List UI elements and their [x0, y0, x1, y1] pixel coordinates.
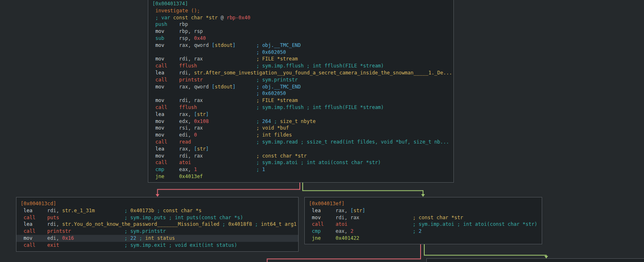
asm-token: ;: [256, 118, 262, 124]
asm-token: ; sym.imp.fflush ; int fflush(FILE *stre…: [256, 104, 384, 110]
asm-token: mov: [155, 56, 164, 62]
asm-line[interactable]: lea rdi, str.You_do_not_know_the_passwor…: [21, 221, 294, 228]
asm-token: ; obj.__TMC_END: [256, 42, 301, 48]
disassembly-graph-canvas[interactable]: [0x00401374] investigate (); ; var const…: [0, 0, 644, 262]
asm-spacing: [164, 97, 179, 103]
asm-token: str: [197, 146, 206, 152]
asm-line[interactable]: call printstr ; sym.printstr: [152, 77, 449, 83]
asm-spacing: [164, 125, 179, 131]
asm-token: rdi,: [47, 208, 62, 213]
asm-line[interactable]: mov rdi, rax ; FILE *stream: [152, 97, 449, 104]
asm-line[interactable]: lea rdi, str.After_some_investigation__y…: [152, 70, 449, 77]
asm-line[interactable]: cmp eax, 2 ; 2: [309, 228, 538, 235]
basic-block-0x004013ef[interactable]: [0x004013ef] lea rax, [str] mov rdi, rax…: [304, 197, 542, 244]
asm-spacing: [197, 63, 256, 69]
asm-line[interactable]: push rbp: [152, 21, 449, 28]
asm-line[interactable]: ; 0x602050: [152, 49, 449, 56]
asm-token: ;: [256, 167, 262, 172]
asm-line[interactable]: mov rsi, rax ; void *buf: [152, 125, 449, 132]
asm-token: rdi, rax: [179, 56, 203, 62]
asm-line[interactable]: cmp eax, 1 ; 1: [152, 166, 449, 173]
asm-line[interactable]: mov rdi, rax ; const char *str: [152, 153, 449, 160]
asm-token: sub: [155, 35, 164, 41]
asm-spacing: [347, 221, 413, 227]
asm-token: ; FILE *stream: [256, 97, 298, 103]
asm-token: ; sym.imp.fflush ; int fflush(FILE *stre…: [256, 63, 384, 69]
basic-block-partial-bottom-right[interactable]: [426, 258, 644, 262]
asm-line[interactable]: ; var const char *str @ rbp-0x40: [152, 14, 449, 21]
asm-token: edx,: [179, 118, 194, 124]
asm-line[interactable]: mov edi, 0 ; int fildes: [152, 132, 449, 139]
asm-token: ;: [124, 235, 130, 241]
asm-line[interactable]: call exit ; sym.imp.exit ; void exit(int…: [21, 242, 294, 249]
asm-line[interactable]: call printstr ; sym.printstr: [21, 228, 294, 235]
asm-line[interactable]: mov rbp, rsp: [152, 28, 449, 35]
basic-block-0x004013cd[interactable]: [0x004013cd] lea rdi, str.e_1_31m ; 0x40…: [16, 197, 299, 252]
asm-token: stdout: [215, 42, 232, 48]
asm-token: lea: [155, 111, 164, 117]
asm-line-selected[interactable]: mov edi, 0x16 ; 22 ; int status: [16, 235, 298, 242]
asm-token: ; const char *str: [413, 215, 463, 220]
asm-line[interactable]: jne 0x401422: [309, 235, 538, 242]
asm-line[interactable]: call puts ; sym.imp.puts ; int puts(cons…: [21, 214, 294, 221]
asm-line[interactable]: call atoi ; sym.imp.atoi ; int atoi(cons…: [152, 159, 449, 166]
asm-spacing: [203, 97, 256, 103]
asm-line[interactable]: mov rax, qword [stdout] ; obj.__TMC_END: [152, 42, 449, 49]
asm-token: const char *s: [163, 208, 202, 213]
asm-token: ]: [206, 146, 209, 152]
asm-line[interactable]: mov rdi, rax ; FILE *stream: [152, 56, 449, 63]
asm-line[interactable]: [0x004013ef]: [309, 200, 538, 207]
asm-line[interactable]: mov edx, 0x108 ; 264 ; size_t nbyte: [152, 118, 449, 125]
asm-spacing: [167, 139, 179, 145]
asm-line[interactable]: lea rdi, str.e_1_31m ; 0x40173b ; const …: [21, 207, 294, 214]
asm-line[interactable]: call atoi ; sym.imp.atoi ; int atoi(cons…: [309, 221, 538, 228]
asm-line[interactable]: [0x004013cd]: [21, 200, 294, 207]
asm-spacing: [74, 235, 124, 241]
asm-line[interactable]: call fflush ; sym.imp.fflush ; int fflus…: [152, 104, 449, 111]
asm-line[interactable]: investigate ();: [152, 7, 449, 14]
asm-spacing: [35, 215, 47, 220]
asm-token: size_t nbyte: [280, 118, 316, 124]
asm-token: lea: [312, 208, 321, 213]
asm-spacing: [152, 90, 256, 96]
asm-spacing: [164, 118, 179, 124]
asm-spacing: [167, 77, 179, 83]
asm-line[interactable]: sub rsp, 0x40: [152, 35, 449, 42]
asm-token: mov: [155, 132, 164, 138]
asm-spacing: [164, 146, 179, 152]
asm-line[interactable]: call read ; sym.imp.read ; ssize_t read(…: [152, 139, 449, 146]
asm-token: rax,: [336, 208, 350, 213]
asm-line[interactable]: lea rax, [str]: [152, 146, 449, 153]
asm-token: ;: [413, 228, 419, 234]
asm-line[interactable]: call fflush ; sym.imp.fflush ; int fflus…: [152, 63, 449, 70]
asm-spacing: [164, 174, 179, 179]
asm-line[interactable]: lea rax, [str]: [309, 207, 538, 214]
asm-token: ; sym.imp.atoi ; int atoi(const char *st…: [256, 160, 381, 165]
asm-spacing: [197, 167, 256, 172]
asm-token: str.After_some_investigation__you_found_…: [194, 70, 452, 76]
asm-token: 264: [262, 118, 271, 124]
asm-token: call: [23, 228, 35, 234]
asm-line[interactable]: mov rdi, rax ; const char *str: [309, 214, 538, 221]
asm-line[interactable]: mov rax, qword [stdout] ; obj.__TMC_END: [152, 83, 449, 90]
asm-spacing: [191, 160, 256, 165]
asm-token: mov: [155, 125, 164, 131]
asm-line[interactable]: [0x00401374]: [152, 0, 449, 7]
asm-token: 0x401422: [336, 235, 359, 241]
asm-token: 0x4018f8: [228, 221, 252, 227]
asm-line[interactable]: jne 0x4013ef: [152, 173, 449, 180]
asm-spacing: [197, 104, 256, 110]
asm-line[interactable]: lea rax, [str]: [152, 111, 449, 118]
asm-spacing: [164, 56, 179, 62]
asm-spacing: [203, 153, 256, 159]
asm-token: edi,: [47, 235, 62, 241]
basic-block-0x00401374[interactable]: [0x00401374] investigate (); ; var const…: [148, 0, 454, 183]
asm-token: ; sym.printstr: [256, 77, 298, 83]
asm-spacing: [209, 118, 256, 124]
asm-token: call: [23, 242, 35, 248]
asm-token: rax, qword: [179, 42, 212, 48]
asm-line[interactable]: ; 0x602050: [152, 90, 449, 97]
edge-true-0x401374-to-0x4013ef-arrowhead: [421, 194, 425, 197]
asm-token: jne: [155, 174, 164, 179]
asm-spacing: [35, 228, 47, 234]
